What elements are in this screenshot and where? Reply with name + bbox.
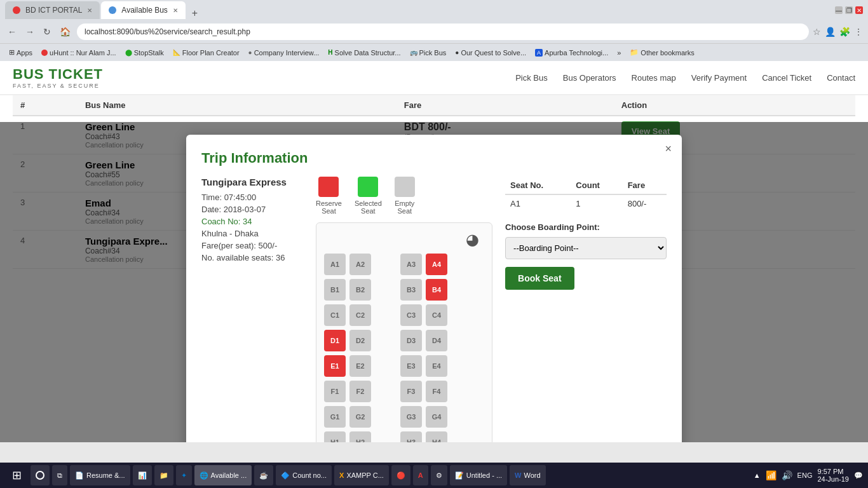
- taskbar-java-icon[interactable]: ☕: [254, 465, 273, 485]
- tab-close-bus[interactable]: ✕: [173, 7, 178, 14]
- nav-contact[interactable]: Contact: [827, 73, 855, 83]
- seat-grid: A1A2A3A4B1B2B3B4C1C2C3C4D1D2D3D4E1E2E3E4…: [324, 254, 484, 442]
- bookmark-icon[interactable]: ☆: [813, 27, 821, 37]
- taskbar-acrobat[interactable]: A: [413, 465, 428, 485]
- bookmark-floorplan[interactable]: 📐 Floor Plan Creator: [169, 48, 243, 58]
- taskbar-php[interactable]: 🔴: [391, 465, 410, 485]
- home-button[interactable]: 🏠: [57, 25, 73, 38]
- taskbar-search-button[interactable]: [31, 465, 50, 485]
- bookmark-apurba[interactable]: A Apurba Technologi...: [531, 48, 612, 58]
- seat-h4[interactable]: H4: [426, 431, 447, 442]
- nav-pick-bus[interactable]: Pick Bus: [515, 73, 548, 83]
- seat-e4[interactable]: E4: [426, 355, 447, 377]
- taskbar-vscode[interactable]: ✦: [176, 465, 192, 485]
- bookmark-stopstalk[interactable]: ⬤ StopStalk: [121, 48, 168, 58]
- taskbar-available[interactable]: 🌐 Available ...: [194, 465, 252, 485]
- nav-cancel[interactable]: Cancel Ticket: [762, 73, 811, 83]
- empty-legend-label: EmptySeat: [395, 200, 414, 215]
- seat-e1[interactable]: E1: [324, 355, 346, 377]
- seat-b3[interactable]: B3: [400, 279, 422, 301]
- seat-d2[interactable]: D2: [349, 330, 371, 351]
- steering-row: ◕: [324, 231, 484, 248]
- minimize-button[interactable]: —: [835, 6, 843, 14]
- taskbar-count[interactable]: 🔷 Count no...: [276, 465, 332, 485]
- taskbar-untitled[interactable]: 📝 Untitled - ...: [450, 465, 507, 485]
- book-seat-button[interactable]: Book Seat: [505, 267, 574, 290]
- seat-a3[interactable]: A3: [400, 254, 422, 275]
- expand-icon[interactable]: ▲: [754, 471, 761, 479]
- seat-a2[interactable]: A2: [349, 254, 371, 275]
- modal-close-button[interactable]: ×: [665, 142, 672, 156]
- seat-h1[interactable]: H1: [324, 431, 346, 442]
- tab-favicon-bus: [109, 6, 116, 14]
- seat-c3[interactable]: C3: [400, 304, 422, 326]
- solve-icon: H: [328, 49, 332, 56]
- seat-c1[interactable]: C1: [324, 304, 346, 326]
- avatar-icon[interactable]: 👤: [825, 27, 836, 37]
- seat-f1[interactable]: F1: [324, 381, 346, 402]
- seat-f3[interactable]: F3: [400, 381, 422, 402]
- taskbar-xampp[interactable]: X XAMPP C...: [334, 465, 389, 485]
- seat-b4[interactable]: B4: [426, 279, 447, 301]
- taskbar-resume[interactable]: 📄 Resume &...: [70, 465, 130, 485]
- nav-routes[interactable]: Routes map: [632, 73, 676, 83]
- seat-g3[interactable]: G3: [400, 406, 422, 428]
- maximize-button[interactable]: ❐: [845, 6, 853, 14]
- refresh-button[interactable]: ↻: [41, 25, 53, 38]
- tab-close-bd[interactable]: ✕: [87, 7, 92, 14]
- seat-h2[interactable]: H2: [349, 431, 371, 442]
- back-button[interactable]: ←: [5, 25, 19, 38]
- nav-verify[interactable]: Verify Payment: [691, 73, 747, 83]
- bookmark-more[interactable]: »: [613, 48, 625, 58]
- bookmark-other[interactable]: 📁 Other bookmarks: [626, 47, 698, 58]
- notification-icon[interactable]: 💬: [854, 471, 863, 480]
- boarding-point-select[interactable]: --Boarding Point--: [505, 237, 667, 259]
- seat-b1[interactable]: B1: [324, 279, 346, 301]
- tab-available-bus[interactable]: Available Bus ✕: [101, 1, 186, 19]
- taskbar-settings[interactable]: ⚙: [431, 465, 447, 485]
- start-button[interactable]: ⊞: [5, 465, 28, 485]
- bookmark-company[interactable]: ● Company Interview...: [245, 48, 323, 58]
- nav-operators[interactable]: Bus Operators: [563, 73, 616, 83]
- seat-gap: [375, 381, 397, 402]
- clock: 9:57 PM 24-Jun-19: [817, 468, 849, 483]
- extensions-icon[interactable]: 🧩: [839, 27, 850, 37]
- bookmark-apps[interactable]: ⊞ Apps: [5, 47, 36, 58]
- seat-d1[interactable]: D1: [324, 330, 346, 351]
- taskbar-word[interactable]: W Word: [510, 465, 545, 485]
- close-button[interactable]: ✕: [855, 6, 863, 14]
- bookmark-pickbus[interactable]: 🚌 Pick Bus: [406, 48, 451, 58]
- seat-h3[interactable]: H3: [400, 431, 422, 442]
- seat-a4[interactable]: A4: [426, 254, 447, 275]
- java-icon: ☕: [259, 471, 268, 480]
- seat-g2[interactable]: G2: [349, 406, 371, 428]
- seat-g4[interactable]: G4: [426, 406, 447, 428]
- seat-b2[interactable]: B2: [349, 279, 371, 301]
- selected-legend-label: SelectedSeat: [355, 200, 382, 215]
- bookmark-quest[interactable]: ● Our Quest to Solve...: [451, 48, 530, 58]
- untitled-icon: 📝: [455, 471, 464, 480]
- seat-grid-row: E1E2E3E4: [324, 355, 484, 377]
- windows-icon: ⊞: [12, 468, 22, 482]
- seat-c4[interactable]: C4: [426, 304, 447, 326]
- seat-d4[interactable]: D4: [426, 330, 447, 351]
- seat-f2[interactable]: F2: [349, 381, 371, 402]
- bookmark-uhunt[interactable]: uHunt :: Nur Alam J...: [37, 48, 120, 58]
- address-bar[interactable]: [77, 24, 809, 40]
- seat-a1[interactable]: A1: [324, 254, 346, 275]
- browser-icon: 🌐: [200, 471, 208, 480]
- seat-f4[interactable]: F4: [426, 381, 447, 402]
- new-tab-button[interactable]: +: [187, 8, 203, 19]
- tab-bd-ict[interactable]: BD ICT PORTAL ✕: [5, 1, 100, 19]
- seat-e3[interactable]: E3: [400, 355, 422, 377]
- taskbar-icon-bar[interactable]: 📊: [133, 465, 152, 485]
- seat-g1[interactable]: G1: [324, 406, 346, 428]
- seat-c2[interactable]: C2: [349, 304, 371, 326]
- taskbar-task-view[interactable]: ⧉: [52, 465, 67, 485]
- bookmark-solve[interactable]: H Solve Data Structur...: [324, 48, 404, 58]
- seat-e2[interactable]: E2: [349, 355, 371, 377]
- taskbar-folder[interactable]: 📁: [154, 465, 173, 485]
- seat-d3[interactable]: D3: [400, 330, 422, 351]
- menu-icon[interactable]: ⋮: [854, 27, 863, 37]
- forward-button[interactable]: →: [23, 25, 37, 38]
